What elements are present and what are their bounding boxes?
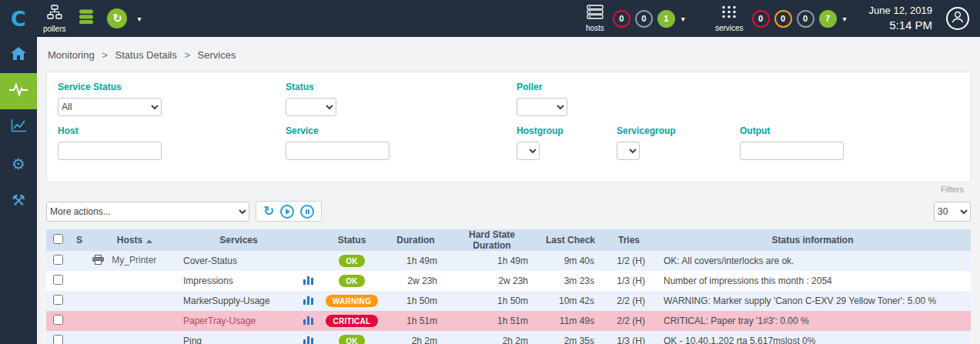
- services-warning-counter[interactable]: 0: [774, 10, 792, 28]
- services-status-group: services 0 0 0 7 ▾: [709, 5, 851, 32]
- duration-cell: 1h 49m: [385, 251, 447, 271]
- table-row: Ping OK 2h 2m 2h 2m 2m 35s 1/3 (H) OK - …: [46, 331, 971, 344]
- chart-icon[interactable]: [303, 276, 313, 287]
- services-menu[interactable]: services: [715, 5, 744, 32]
- service-link[interactable]: MarkerSupply-Usage: [183, 296, 270, 306]
- col-header-last-check[interactable]: Last Check: [537, 229, 604, 251]
- sidebar-item-administration[interactable]: ⚒: [0, 182, 37, 218]
- actions-toolbar: More actions... ↻ 30: [46, 201, 971, 222]
- col-header-status-information[interactable]: Status information: [654, 229, 971, 251]
- chevron-down-icon[interactable]: ▾: [843, 15, 847, 23]
- sidebar-item-reporting[interactable]: [0, 109, 37, 145]
- chart-icon[interactable]: [303, 316, 313, 327]
- more-actions-select[interactable]: More actions...: [46, 202, 249, 222]
- hard-state-duration-cell: 1h 49m: [447, 251, 537, 271]
- hosts-down-counter[interactable]: 0: [613, 10, 630, 28]
- last-check-cell: 9m 40s: [537, 251, 604, 271]
- host-link[interactable]: My_Printer: [112, 255, 156, 266]
- filter-panel: Service Status All Status Poller Host: [46, 72, 971, 182]
- col-header-status[interactable]: Status: [319, 229, 385, 251]
- page-size-select[interactable]: 30: [934, 202, 971, 222]
- host-label: Host: [58, 125, 286, 136]
- status-information-cell: CRITICAL: Paper tray '1#3': 0.00 %: [654, 311, 971, 331]
- select-all-checkbox[interactable]: [53, 234, 63, 244]
- servicegroup-select[interactable]: [617, 142, 640, 160]
- chevron-down-icon[interactable]: ▾: [681, 15, 685, 23]
- status-select[interactable]: [286, 98, 336, 116]
- last-check-cell: 11m 49s: [537, 311, 604, 331]
- col-header-s[interactable]: S: [69, 229, 89, 251]
- services-label: services: [715, 24, 744, 32]
- clock: June 12, 2019 5:14 PM: [869, 4, 932, 33]
- pause-refresh-icon[interactable]: [300, 205, 314, 219]
- play-refresh-icon[interactable]: [280, 205, 294, 219]
- user-avatar-icon: [951, 10, 965, 27]
- hosts-icon: [587, 5, 604, 22]
- duration-cell: 2w 23h: [385, 271, 447, 291]
- chart-icon[interactable]: [303, 296, 313, 307]
- platform-sync-status[interactable]: ↻: [107, 8, 127, 28]
- row-checkbox[interactable]: [53, 255, 63, 265]
- last-check-cell: 2m 35s: [537, 331, 604, 344]
- row-checkbox[interactable]: [53, 315, 63, 325]
- col-header-tries[interactable]: Tries: [604, 229, 654, 251]
- breadcrumb-monitoring[interactable]: Monitoring: [48, 49, 95, 61]
- last-check-cell: 10m 42s: [537, 291, 604, 311]
- output-input[interactable]: [740, 142, 844, 160]
- status-badge: OK: [339, 335, 365, 344]
- table-row: My_Printer Cover-Status OK 1h 49m 1h 49m…: [46, 251, 971, 271]
- filters-tag: Filters: [941, 185, 964, 194]
- service-link[interactable]: PaperTray-Usage: [183, 316, 256, 326]
- service-link[interactable]: Ping: [183, 336, 202, 344]
- row-checkbox[interactable]: [53, 335, 63, 344]
- col-header-duration[interactable]: Duration: [385, 229, 447, 251]
- row-checkbox[interactable]: [53, 295, 63, 305]
- sidebar-item-configuration[interactable]: ⚙: [0, 145, 37, 182]
- sidebar-item-monitoring[interactable]: [0, 73, 37, 109]
- breadcrumb-status-details[interactable]: Status Details: [115, 49, 177, 61]
- tries-cell: 2/2 (H): [604, 311, 654, 331]
- hosts-status-group: hosts 0 0 1 ▾: [580, 5, 689, 32]
- service-status-label: Service Status: [58, 82, 286, 92]
- services-critical-counter[interactable]: 0: [752, 10, 770, 28]
- hosts-up-counter[interactable]: 1: [657, 10, 675, 28]
- poller-select[interactable]: [517, 98, 567, 116]
- centreon-logo[interactable]: C: [0, 7, 37, 31]
- service-link[interactable]: Impressions: [183, 276, 233, 286]
- status-information-cell: OK: All covers/interlocks are ok.: [654, 251, 971, 271]
- col-header-hard-state-duration[interactable]: Hard State Duration: [447, 229, 537, 251]
- top-bar: C pollers ↻ ▾ hosts 0 0 1 ▾ service: [0, 0, 980, 37]
- pollers-menu[interactable]: pollers: [43, 5, 65, 33]
- table-header-row: S Hosts Services Status Duration Hard St…: [46, 229, 971, 251]
- sidebar-item-home[interactable]: [0, 37, 37, 73]
- hosts-menu[interactable]: hosts: [586, 5, 604, 32]
- col-header-hosts[interactable]: Hosts: [89, 229, 180, 251]
- row-checkbox[interactable]: [53, 275, 63, 285]
- hostgroup-select[interactable]: [517, 142, 540, 160]
- service-input[interactable]: [286, 142, 390, 160]
- breadcrumb-services[interactable]: Services: [198, 49, 236, 61]
- database-icon: [78, 9, 95, 28]
- database-status[interactable]: [78, 9, 95, 28]
- host-input[interactable]: [58, 142, 162, 160]
- hard-state-duration-cell: 1h 51m: [447, 311, 537, 331]
- hosts-unreachable-counter[interactable]: 0: [635, 10, 653, 28]
- services-ok-counter[interactable]: 7: [819, 10, 837, 28]
- duration-cell: 1h 51m: [385, 311, 447, 331]
- col-header-services[interactable]: Services: [180, 229, 297, 251]
- duration-cell: 2h 2m: [385, 331, 447, 344]
- sidebar: ⚙ ⚒: [0, 37, 37, 344]
- sync-status-icon: ↻: [107, 8, 127, 28]
- chevron-down-icon[interactable]: ▾: [137, 15, 141, 23]
- hosts-label: hosts: [586, 24, 604, 32]
- refresh-icon[interactable]: ↻: [263, 205, 274, 218]
- service-status-select[interactable]: All: [58, 98, 162, 116]
- current-date: June 12, 2019: [869, 4, 932, 18]
- user-menu[interactable]: [946, 7, 969, 30]
- home-icon: [11, 47, 26, 63]
- service-link[interactable]: Cover-Status: [183, 255, 237, 266]
- chart-icon[interactable]: [303, 336, 313, 344]
- table-row: MarkerSupply-Usage WARNING 1h 50m 1h 50m…: [46, 291, 971, 311]
- services-unknown-counter[interactable]: 0: [797, 10, 814, 28]
- status-information-cell: OK - 10.40.1.202 rta 5,617mslost 0%: [654, 331, 971, 344]
